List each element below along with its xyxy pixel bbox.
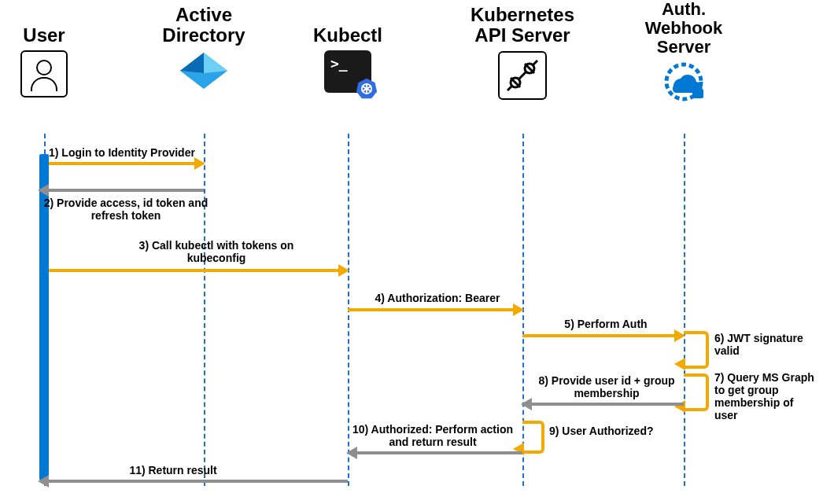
cloud-lock-icon [661,62,707,101]
msg-8-arrow [522,401,684,407]
msg-6-label: 6) JWT signature valid [714,332,809,357]
msg-9-loop [522,421,544,454]
api-server-icon [498,51,547,100]
msg-10-label: 10) Authorized: Perform action and retur… [346,423,519,448]
svg-marker-2 [180,53,204,73]
kubernetes-icon [356,77,378,99]
svg-rect-17 [692,89,703,98]
msg-3-label: 3) Call kubectl with tokens on kubeconfi… [126,239,307,264]
participant-user-title: User [23,25,65,46]
participant-user: User [0,5,107,97]
participant-kubectl: Kubectl [285,5,411,93]
participant-webhook: Auth. Webhook Server [621,0,747,101]
msg-7-loop [684,373,709,411]
msg-5-arrow [522,333,684,339]
msg-11-label: 11) Return result [94,464,252,476]
msg-10-arrow [348,450,522,456]
terminal-icon [324,50,371,93]
msg-1-arrow [49,160,204,167]
msg-1-label: 1) Login to Identity Provider [49,146,198,159]
user-icon [20,50,68,97]
msg-8-label: 8) Provide user id + group membership [532,374,681,399]
participant-api: Kubernetes API Server [459,5,585,100]
lifeline-webhook [684,134,685,486]
participant-aad: Active Directory [141,5,267,90]
msg-2-label: 2) Provide access, id token and refresh … [43,197,209,222]
msg-4-arrow [348,307,522,313]
msg-5-label: 5) Perform Auth [543,318,669,330]
msg-9-label: 9) User Authorized? [549,425,667,437]
msg-6-loop [684,331,709,369]
participant-kubectl-title: Kubectl [313,25,382,46]
participant-webhook-title: Auth. Webhook Server [621,0,747,57]
msg-4-label: 4) Authorization: Bearer [359,292,516,304]
msg-11-arrow [39,478,348,484]
participant-api-title: Kubernetes API Server [459,5,585,46]
sequence-diagram: User Active Directory Kubectl [0,0,823,504]
azure-ad-icon [179,51,229,90]
msg-2-arrow [39,187,204,193]
participant-aad-title: Active Directory [141,5,267,46]
msg-7-label: 7) Query MS Graph to get group membershi… [714,371,817,421]
lifeline-aad [204,134,205,486]
msg-3-arrow [49,267,348,274]
